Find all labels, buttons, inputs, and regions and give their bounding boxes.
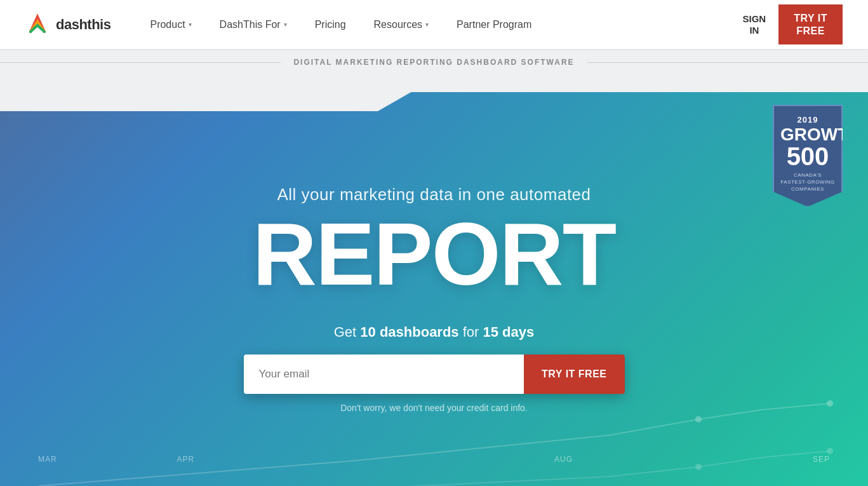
- hero-days-count: 15 days: [483, 324, 535, 340]
- navbar: dashthis Product ▾ DashThis For ▾ Pricin…: [0, 0, 868, 49]
- hero-disclaimer: Don't worry, we don't need your credit c…: [340, 403, 528, 413]
- badge-number: 500: [780, 144, 835, 169]
- logo-text: dashthis: [56, 17, 110, 33]
- logo-link[interactable]: dashthis: [25, 13, 110, 37]
- hero-content: All your marketing data in one automated…: [0, 73, 868, 486]
- hero-section: MAR APR AUG SEP 2019 GROWTH 500 CANADA'S…: [0, 73, 868, 486]
- badge-canada: CANADA'SFASTEST-GROWINGCOMPANIES: [780, 172, 835, 193]
- chevron-down-icon: ▾: [189, 21, 192, 28]
- hero-dashboards-count: 10 dashboards: [360, 324, 458, 340]
- logo-icon: [25, 13, 50, 37]
- nav-partner-label: Partner Program: [457, 19, 531, 30]
- nav-product-label: Product: [150, 19, 185, 30]
- nav-item-resources[interactable]: Resources ▾: [360, 0, 443, 49]
- badge-year: 2019: [780, 115, 835, 125]
- try-free-button[interactable]: TRY ITFREE: [778, 4, 843, 44]
- nav-pricing-label: Pricing: [315, 19, 346, 30]
- nav-item-pricing[interactable]: Pricing: [301, 0, 360, 49]
- nav-resources-label: Resources: [374, 19, 422, 30]
- hero-submit-button[interactable]: TRY IT FREE: [524, 354, 624, 394]
- nav-item-partner[interactable]: Partner Program: [443, 0, 545, 49]
- hero-subtitle: All your marketing data in one automated: [277, 185, 591, 205]
- hero-title: REPORT: [253, 210, 615, 299]
- subheader: DIGITAL MARKETING REPORTING DASHBOARD SO…: [0, 49, 868, 73]
- nav-dashthis-for-label: DashThis For: [220, 19, 281, 30]
- growth-badge: 2019 GROWTH 500 CANADA'SFASTEST-GROWINGC…: [773, 105, 843, 207]
- hero-cta-text: Get 10 dashboards for 15 days: [334, 324, 535, 341]
- nav-item-product[interactable]: Product ▾: [136, 0, 205, 49]
- sign-in-button[interactable]: SIGNIN: [743, 13, 766, 36]
- email-input[interactable]: [244, 354, 524, 394]
- navbar-nav: Product ▾ DashThis For ▾ Pricing Resourc…: [136, 0, 742, 49]
- chevron-down-icon: ▾: [425, 21, 429, 28]
- hero-form: TRY IT FREE: [244, 354, 625, 394]
- chevron-down-icon: ▾: [284, 21, 287, 28]
- navbar-right: SIGNIN TRY ITFREE: [743, 4, 843, 44]
- badge-growth-label: GROWTH: [780, 126, 835, 144]
- nav-item-dashthis-for[interactable]: DashThis For ▾: [206, 0, 301, 49]
- subheader-text: DIGITAL MARKETING REPORTING DASHBOARD SO…: [281, 58, 587, 67]
